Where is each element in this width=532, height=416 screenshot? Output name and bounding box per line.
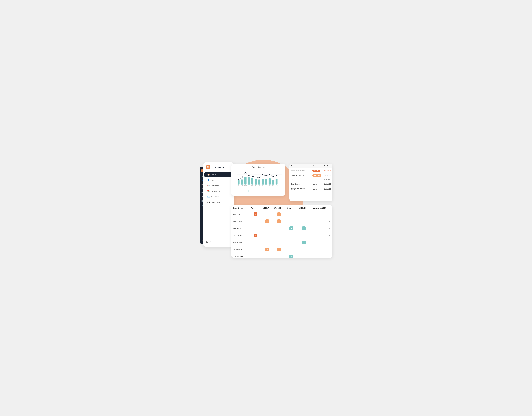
cell-badge: 2 xyxy=(277,219,281,223)
cell-badge: 2 xyxy=(277,248,281,251)
report-cell xyxy=(285,218,298,225)
report-cell: 2 xyxy=(285,225,298,232)
report-cell: 3 xyxy=(273,211,285,218)
sidebar-front-nav-discussion[interactable]: 💬 Discussion xyxy=(204,199,232,205)
sidebar-front-nav-education[interactable]: 📖 Education xyxy=(204,183,232,188)
status-header: Status xyxy=(311,164,323,168)
sidebar-front-support[interactable]: 🎧 Support xyxy=(203,239,234,245)
report-cell: 2 xyxy=(273,246,285,253)
course-name-cell: Co-Worker Coaching xyxy=(290,173,311,178)
svg-point-28 xyxy=(252,176,253,177)
col-direct-reports: Direct Reports xyxy=(232,205,250,211)
report-name: Karen Grove xyxy=(232,225,250,232)
course-card: Course Name Status Due Date 3-way Commun… xyxy=(290,164,332,201)
svg-rect-17 xyxy=(255,179,257,185)
col-within-60: Within 60 xyxy=(285,205,298,211)
cell-badge: 1 xyxy=(254,212,257,216)
svg-point-31 xyxy=(262,174,263,175)
report-cell: 1 xyxy=(250,211,261,218)
cell-badge: 2 xyxy=(265,219,269,223)
svg-rect-20 xyxy=(265,179,267,185)
report-completed: 10 xyxy=(310,211,332,218)
account-icon-front: 👤 xyxy=(207,179,210,181)
education-icon-front: 📖 xyxy=(207,185,210,187)
support-icon-front: 🎧 xyxy=(206,241,208,243)
status-cell: Incomplete xyxy=(311,173,323,178)
sidebar-front-nav-resources[interactable]: 📚 Resources xyxy=(204,189,232,194)
svg-rect-4 xyxy=(207,166,208,167)
report-cell: 2 xyxy=(285,253,298,258)
resources-icon: 📚 xyxy=(201,188,203,190)
report-cell xyxy=(261,239,273,246)
course-row: Effective Presentation SkillsPassed11/26… xyxy=(290,178,332,182)
reports-icon: 📊 xyxy=(201,200,203,202)
due-date-header: Due Date xyxy=(323,164,332,168)
cell-badge: 1 xyxy=(302,227,306,230)
reports-table: Direct Reports Past Due Within 7 Within … xyxy=(232,205,332,258)
sidebar-front-brand: SYBERWORKS xyxy=(203,165,234,172)
cell-badge: 1 xyxy=(302,241,306,245)
col-within-90: Within 90 xyxy=(298,205,310,211)
course-name-cell: Mastering Outlook 2019 - Basics xyxy=(290,186,311,192)
report-name: Alma Fataj xyxy=(232,211,250,218)
report-row: Clark Oakley111 xyxy=(232,232,332,239)
report-cell xyxy=(250,253,261,258)
svg-text:MAR: MAR xyxy=(244,185,247,186)
col-within-7: Within 7 xyxy=(261,205,273,211)
report-cell xyxy=(285,211,298,218)
svg-point-29 xyxy=(255,177,256,177)
svg-rect-22 xyxy=(272,180,274,184)
sidebar-front-nav-messages[interactable]: ✉️ Messages xyxy=(204,194,232,199)
svg-rect-0 xyxy=(202,170,203,170)
svg-rect-15 xyxy=(248,177,250,185)
svg-point-25 xyxy=(242,177,242,178)
messages-icon-front: ✉️ xyxy=(207,196,210,198)
scene: SYBE 🏠 Home 👤 Account 📖 Education 📚 Reso… xyxy=(200,158,332,258)
due-date-cell: 11/26/2022 xyxy=(323,186,332,192)
report-cell xyxy=(298,211,310,218)
home-icon: 🏠 xyxy=(201,175,203,177)
activity-summary-card: Activity Summary ACTIVE USERS / HOURS SP… xyxy=(232,164,285,196)
svg-rect-12 xyxy=(238,180,240,185)
status-cell: Passed xyxy=(311,182,323,186)
report-cell xyxy=(298,253,310,258)
svg-text:JAN: JAN xyxy=(238,185,240,186)
report-cell: 2 xyxy=(261,246,273,253)
support-icon-back: 🎧 xyxy=(201,240,203,241)
svg-rect-7 xyxy=(208,167,209,168)
report-cell xyxy=(273,239,285,246)
svg-point-35 xyxy=(276,175,277,176)
chart-area: ACTIVE USERS / HOURS SPENT xyxy=(234,169,283,190)
status-badge: Past Due xyxy=(312,170,320,172)
legend-active-users: ACTIVE USERS xyxy=(248,190,257,192)
sidebar-front-nav-account[interactable]: 👤 Account xyxy=(204,178,232,183)
report-cell xyxy=(261,211,273,218)
report-completed xyxy=(310,246,332,253)
legend-hours-spent: HOURS SPENT xyxy=(260,190,269,192)
course-name-cell: 3-way Communication xyxy=(290,168,311,173)
course-name-cell: Effective Presentation Skills xyxy=(290,178,311,182)
svg-text:JUN: JUN xyxy=(255,185,257,186)
course-row: Email EtiquettePassed11/26/2022 xyxy=(290,182,332,186)
report-name: Jennifer Riley xyxy=(232,239,250,246)
report-row: Jennifer Riley110 xyxy=(232,239,332,246)
report-cell xyxy=(298,218,310,225)
resources-icon-front: 📚 xyxy=(207,190,210,192)
sidebar-front-nav-home[interactable]: 🏠 Home xyxy=(204,172,232,177)
svg-point-34 xyxy=(273,176,273,177)
report-completed: 11 xyxy=(310,218,332,225)
sidebar-front-logo xyxy=(206,165,210,169)
col-past-due: Past Due xyxy=(250,205,261,211)
svg-text:MAY: MAY xyxy=(251,185,253,186)
svg-point-26 xyxy=(245,172,246,173)
svg-rect-5 xyxy=(208,166,209,167)
course-row: Mastering Outlook 2019 - BasicsPassed11/… xyxy=(290,186,332,192)
report-completed: 11 xyxy=(310,232,332,239)
report-cell xyxy=(261,225,273,232)
due-date-cell: 01/17/2023 xyxy=(323,173,332,178)
report-cell xyxy=(273,232,285,239)
course-name-header: Course Name xyxy=(290,164,311,168)
report-cell xyxy=(250,239,261,246)
report-cell xyxy=(285,239,298,246)
svg-text:OCT: OCT xyxy=(269,185,271,186)
